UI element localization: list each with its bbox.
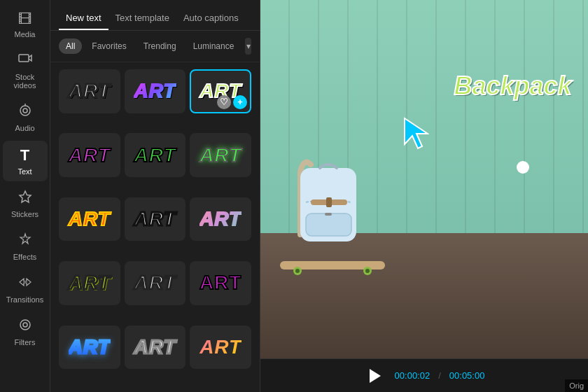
audio-icon xyxy=(18,104,32,121)
art-style-3[interactable]: ART ♡ + xyxy=(190,69,251,113)
art-style-5[interactable]: ART xyxy=(125,133,186,177)
art-style-4[interactable]: ART xyxy=(59,133,120,177)
art-text-15: ART xyxy=(200,337,241,357)
svg-point-2 xyxy=(23,108,27,113)
art-text-12: ART xyxy=(200,273,242,293)
art-text-2: ART xyxy=(134,81,176,101)
tab-auto-captions[interactable]: Auto captions xyxy=(176,7,246,30)
filter-dropdown[interactable]: ▾ xyxy=(245,38,251,55)
skateboard-container xyxy=(276,255,388,279)
art-style-1[interactable]: ART xyxy=(59,69,120,113)
art-text-7: ART xyxy=(69,209,111,229)
art-text-10: ART xyxy=(69,273,111,293)
tab-new-text[interactable]: New text xyxy=(59,7,108,30)
preview-panel: Backpack 00:00:02 / 00:05:00 Orig xyxy=(260,0,588,392)
add-overlay-3: ♡ + xyxy=(217,95,247,109)
sidebar-label-text: Text xyxy=(18,167,31,176)
sidebar-label-stock: Stockvideos xyxy=(14,73,36,90)
art-style-grid: ART ART ART ♡ + ART ART ART ART ART ART xyxy=(50,62,260,392)
orig-badge: Orig xyxy=(565,379,588,392)
sidebar-label-filters: Filters xyxy=(15,338,36,346)
time-total: 00:05:00 xyxy=(449,370,485,381)
preview-controls: 00:00:02 / 00:05:00 Orig xyxy=(260,358,588,392)
sidebar-item-text[interactable]: T Text xyxy=(3,141,48,181)
sidebar-label-transitions: Transitions xyxy=(6,295,43,304)
art-text-11: ART xyxy=(134,273,176,293)
art-text-1: ART xyxy=(69,81,111,101)
art-style-2[interactable]: ART xyxy=(125,69,186,113)
svg-rect-9 xyxy=(325,213,332,216)
art-style-14[interactable]: ART xyxy=(125,326,186,370)
backpack-label: Backpack xyxy=(454,71,571,101)
art-text-6: ART xyxy=(200,146,241,165)
chevron-down-icon: ▾ xyxy=(246,41,251,51)
sidebar-item-effects[interactable]: Effects xyxy=(3,227,48,267)
art-style-6[interactable]: ART xyxy=(190,133,251,177)
add-btn-3[interactable]: + xyxy=(233,95,247,109)
svg-rect-0 xyxy=(19,55,29,62)
sidebar-item-stock-videos[interactable]: Stockvideos xyxy=(3,47,48,95)
sidebar-item-transitions[interactable]: Transitions xyxy=(3,270,48,309)
filter-trending[interactable]: Trending xyxy=(136,38,183,54)
art-text-13: ART xyxy=(69,337,111,357)
cursor-arrow-icon xyxy=(401,115,429,155)
svg-rect-11 xyxy=(326,197,332,207)
sidebar-item-audio[interactable]: Audio xyxy=(3,98,48,138)
filter-luminance[interactable]: Luminance xyxy=(186,38,241,54)
stickers-icon xyxy=(18,190,32,207)
sidebar-label-audio: Audio xyxy=(15,124,34,132)
backpack-svg xyxy=(286,150,370,255)
text-icon: T xyxy=(20,146,29,164)
art-text-4: ART xyxy=(69,146,111,165)
text-panel: New text Text template Auto captions All… xyxy=(50,0,260,392)
media-icon: 🎞 xyxy=(18,11,32,27)
svg-marker-4 xyxy=(20,191,31,202)
stock-videos-icon xyxy=(18,52,32,70)
sidebar-item-media[interactable]: 🎞 Media xyxy=(3,6,48,44)
svg-point-16 xyxy=(365,269,370,273)
art-text-5: ART xyxy=(134,146,176,165)
art-style-8[interactable]: ART xyxy=(125,197,186,241)
play-icon xyxy=(370,369,381,383)
art-style-9[interactable]: ART xyxy=(190,197,251,241)
play-button[interactable] xyxy=(364,365,386,387)
svg-marker-17 xyxy=(405,118,428,148)
backpack-container xyxy=(286,150,370,258)
filter-all[interactable]: All xyxy=(59,38,82,54)
art-text-9: ART xyxy=(200,209,241,229)
time-current: 00:00:02 xyxy=(395,370,430,381)
svg-point-1 xyxy=(20,106,30,115)
art-style-13[interactable]: ART xyxy=(59,326,120,370)
filter-row: All Favorites Trending Luminance ▾ xyxy=(50,31,260,62)
art-text-8: ART xyxy=(134,209,176,229)
svg-point-6 xyxy=(23,323,27,327)
sidebar-item-stickers[interactable]: Stickers xyxy=(3,184,48,224)
art-style-11[interactable]: ART xyxy=(125,261,186,305)
svg-point-5 xyxy=(20,320,30,330)
svg-rect-8 xyxy=(306,214,351,236)
sidebar: 🎞 Media Stockvideos Audio T Text Sticker… xyxy=(0,0,50,392)
sidebar-item-filters[interactable]: Filters xyxy=(3,312,48,352)
panel-tabs: New text Text template Auto captions xyxy=(50,0,260,31)
sidebar-label-stickers: Stickers xyxy=(11,210,38,218)
filter-favorites[interactable]: Favorites xyxy=(85,38,133,54)
tab-text-template[interactable]: Text template xyxy=(108,7,176,30)
art-style-7[interactable]: ART xyxy=(59,197,120,241)
sidebar-label-media: Media xyxy=(15,30,36,38)
filters-icon xyxy=(18,318,32,335)
art-text-14: ART xyxy=(134,337,176,357)
skateboard-svg xyxy=(276,255,388,276)
favorite-btn-3[interactable]: ♡ xyxy=(217,95,231,109)
art-style-12[interactable]: ART xyxy=(190,261,251,305)
effects-icon xyxy=(18,232,32,250)
art-style-10[interactable]: ART xyxy=(59,261,120,305)
art-style-15[interactable]: ART xyxy=(190,326,251,370)
sidebar-label-effects: Effects xyxy=(13,253,36,261)
time-separator: / xyxy=(438,370,441,381)
svg-point-14 xyxy=(295,269,300,273)
preview-canvas: Backpack xyxy=(260,0,588,358)
transitions-icon xyxy=(18,275,32,293)
